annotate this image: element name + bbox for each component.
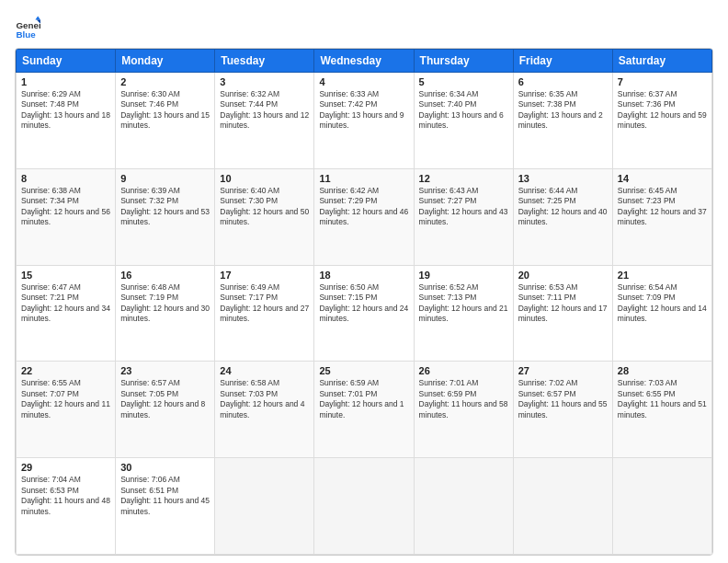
day-number: 28 (618, 365, 707, 376)
day-cell: 20Sunrise: 6:53 AMSunset: 7:11 PMDayligh… (513, 265, 612, 362)
cell-info: Sunrise: 7:01 AMSunset: 6:59 PMDaylight:… (419, 378, 508, 420)
day-cell: 18Sunrise: 6:50 AMSunset: 7:15 PMDayligh… (314, 265, 414, 362)
cell-info: Sunrise: 6:32 AMSunset: 7:44 PMDaylight:… (220, 89, 309, 132)
day-number: 16 (120, 270, 210, 281)
cell-info: Sunrise: 6:37 AMSunset: 7:36 PMDaylight:… (618, 89, 707, 132)
cell-info: Sunrise: 6:49 AMSunset: 7:17 PMDaylight:… (220, 282, 309, 325)
day-cell (513, 458, 612, 555)
day-cell: 5Sunrise: 6:34 AMSunset: 7:40 PMDaylight… (414, 73, 513, 169)
day-cell: 19Sunrise: 6:52 AMSunset: 7:13 PMDayligh… (414, 265, 513, 362)
day-cell: 3Sunrise: 6:32 AMSunset: 7:44 PMDaylight… (215, 73, 314, 169)
day-cell: 6Sunrise: 6:35 AMSunset: 7:38 PMDaylight… (513, 73, 612, 169)
day-number: 7 (618, 76, 707, 87)
day-cell (215, 458, 314, 555)
day-cell: 2Sunrise: 6:30 AMSunset: 7:46 PMDaylight… (116, 73, 215, 169)
cell-info: Sunrise: 6:45 AMSunset: 7:23 PMDaylight:… (618, 186, 707, 228)
day-cell: 13Sunrise: 6:44 AMSunset: 7:25 PMDayligh… (513, 168, 612, 265)
header: General Blue (15, 15, 713, 40)
day-number: 6 (518, 76, 608, 87)
cell-info: Sunrise: 6:47 AMSunset: 7:21 PMDaylight:… (21, 282, 110, 325)
day-number: 14 (618, 173, 707, 184)
cell-info: Sunrise: 6:55 AMSunset: 7:07 PMDaylight:… (21, 378, 110, 420)
day-number: 15 (21, 270, 110, 281)
cell-info: Sunrise: 6:38 AMSunset: 7:34 PMDaylight:… (21, 186, 110, 228)
cell-info: Sunrise: 6:53 AMSunset: 7:11 PMDaylight:… (518, 282, 608, 325)
svg-text:Blue: Blue (16, 29, 36, 40)
cell-info: Sunrise: 6:50 AMSunset: 7:15 PMDaylight:… (319, 282, 408, 325)
cell-info: Sunrise: 6:34 AMSunset: 7:40 PMDaylight:… (419, 89, 508, 132)
day-number: 2 (120, 76, 210, 87)
day-cell: 22Sunrise: 6:55 AMSunset: 7:07 PMDayligh… (17, 362, 116, 458)
logo-icon: General Blue (15, 15, 40, 40)
day-number: 4 (319, 76, 408, 87)
cell-info: Sunrise: 6:44 AMSunset: 7:25 PMDaylight:… (518, 186, 608, 228)
day-cell: 17Sunrise: 6:49 AMSunset: 7:17 PMDayligh… (215, 265, 314, 362)
week-row-2: 8Sunrise: 6:38 AMSunset: 7:34 PMDaylight… (17, 168, 712, 265)
cell-info: Sunrise: 6:40 AMSunset: 7:30 PMDaylight:… (220, 186, 309, 228)
cell-info: Sunrise: 6:57 AMSunset: 7:05 PMDaylight:… (120, 378, 210, 420)
day-number: 29 (21, 462, 110, 473)
cell-info: Sunrise: 6:52 AMSunset: 7:13 PMDaylight:… (419, 282, 508, 325)
day-number: 21 (618, 270, 707, 281)
cell-info: Sunrise: 6:42 AMSunset: 7:29 PMDaylight:… (319, 186, 408, 228)
col-header-saturday: Saturday (612, 50, 711, 73)
cell-info: Sunrise: 7:06 AMSunset: 6:51 PMDaylight:… (120, 475, 210, 517)
day-number: 9 (120, 173, 210, 184)
day-number: 10 (220, 173, 309, 184)
cell-info: Sunrise: 6:39 AMSunset: 7:32 PMDaylight:… (120, 186, 210, 228)
day-number: 26 (419, 365, 508, 376)
day-cell: 11Sunrise: 6:42 AMSunset: 7:29 PMDayligh… (314, 168, 414, 265)
day-cell (414, 458, 513, 555)
day-cell: 28Sunrise: 7:03 AMSunset: 6:55 PMDayligh… (612, 362, 711, 458)
header-row: SundayMondayTuesdayWednesdayThursdayFrid… (17, 50, 712, 73)
day-cell: 24Sunrise: 6:58 AMSunset: 7:03 PMDayligh… (215, 362, 314, 458)
cell-info: Sunrise: 7:02 AMSunset: 6:57 PMDaylight:… (518, 378, 608, 420)
day-cell: 12Sunrise: 6:43 AMSunset: 7:27 PMDayligh… (414, 168, 513, 265)
svg-marker-2 (35, 16, 40, 19)
cell-info: Sunrise: 7:04 AMSunset: 6:53 PMDaylight:… (21, 475, 110, 517)
calendar: SundayMondayTuesdayWednesdayThursdayFrid… (15, 48, 713, 556)
cell-info: Sunrise: 6:54 AMSunset: 7:09 PMDaylight:… (618, 282, 707, 325)
cell-info: Sunrise: 6:59 AMSunset: 7:01 PMDaylight:… (319, 378, 408, 420)
col-header-thursday: Thursday (414, 50, 513, 73)
cell-info: Sunrise: 6:29 AMSunset: 7:48 PMDaylight:… (21, 89, 110, 132)
day-number: 5 (419, 76, 508, 87)
day-cell: 9Sunrise: 6:39 AMSunset: 7:32 PMDaylight… (116, 168, 215, 265)
week-row-4: 22Sunrise: 6:55 AMSunset: 7:07 PMDayligh… (17, 362, 712, 458)
day-cell: 25Sunrise: 6:59 AMSunset: 7:01 PMDayligh… (314, 362, 414, 458)
day-cell: 1Sunrise: 6:29 AMSunset: 7:48 PMDaylight… (17, 73, 116, 169)
day-number: 13 (518, 173, 608, 184)
day-number: 25 (319, 365, 408, 376)
day-cell: 29Sunrise: 7:04 AMSunset: 6:53 PMDayligh… (17, 458, 116, 555)
week-row-1: 1Sunrise: 6:29 AMSunset: 7:48 PMDaylight… (17, 73, 712, 169)
col-header-tuesday: Tuesday (215, 50, 314, 73)
cell-info: Sunrise: 6:48 AMSunset: 7:19 PMDaylight:… (120, 282, 210, 325)
day-number: 30 (120, 462, 210, 473)
day-cell: 15Sunrise: 6:47 AMSunset: 7:21 PMDayligh… (17, 265, 116, 362)
cell-info: Sunrise: 6:35 AMSunset: 7:38 PMDaylight:… (518, 89, 608, 132)
day-cell (314, 458, 414, 555)
day-cell: 26Sunrise: 7:01 AMSunset: 6:59 PMDayligh… (414, 362, 513, 458)
cell-info: Sunrise: 6:30 AMSunset: 7:46 PMDaylight:… (120, 89, 210, 132)
day-cell: 16Sunrise: 6:48 AMSunset: 7:19 PMDayligh… (116, 265, 215, 362)
week-row-3: 15Sunrise: 6:47 AMSunset: 7:21 PMDayligh… (17, 265, 712, 362)
day-number: 12 (419, 173, 508, 184)
day-cell: 7Sunrise: 6:37 AMSunset: 7:36 PMDaylight… (612, 73, 711, 169)
day-number: 1 (21, 76, 110, 87)
cell-info: Sunrise: 6:33 AMSunset: 7:42 PMDaylight:… (319, 89, 408, 132)
day-number: 3 (220, 76, 309, 87)
day-cell: 4Sunrise: 6:33 AMSunset: 7:42 PMDaylight… (314, 73, 414, 169)
day-cell (612, 458, 711, 555)
day-cell: 21Sunrise: 6:54 AMSunset: 7:09 PMDayligh… (612, 265, 711, 362)
day-number: 22 (21, 365, 110, 376)
day-cell: 30Sunrise: 7:06 AMSunset: 6:51 PMDayligh… (116, 458, 215, 555)
cell-info: Sunrise: 7:03 AMSunset: 6:55 PMDaylight:… (618, 378, 707, 420)
day-cell: 23Sunrise: 6:57 AMSunset: 7:05 PMDayligh… (116, 362, 215, 458)
page: General Blue SundayMondayTuesdayWednesda… (0, 0, 728, 563)
day-number: 18 (319, 270, 408, 281)
day-number: 8 (21, 173, 110, 184)
day-number: 11 (319, 173, 408, 184)
calendar-table: SundayMondayTuesdayWednesdayThursdayFrid… (16, 49, 712, 555)
day-number: 24 (220, 365, 309, 376)
cell-info: Sunrise: 6:58 AMSunset: 7:03 PMDaylight:… (220, 378, 309, 420)
